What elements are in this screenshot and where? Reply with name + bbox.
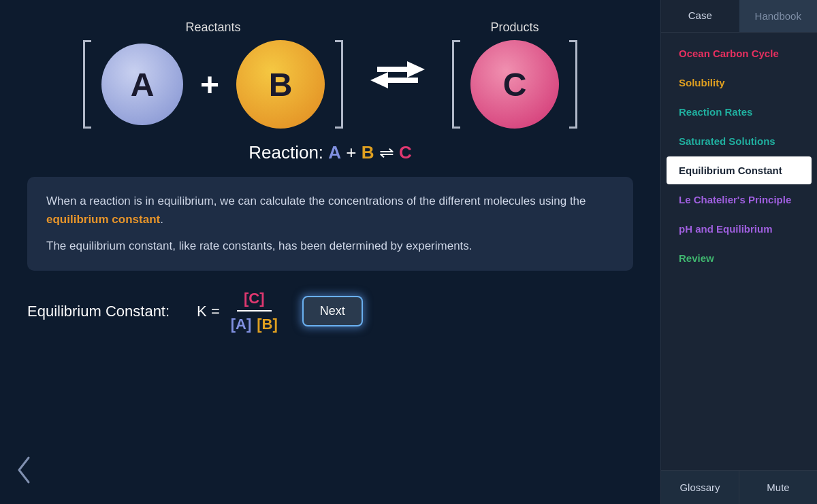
products-bracket-right <box>569 40 577 129</box>
denom-b: [B] <box>257 316 278 333</box>
eq-molecule-c: C <box>399 142 412 163</box>
info-paragraph-2: The equilibrium constant, like rate cons… <box>46 237 614 255</box>
sidebar-item-reaction-rates[interactable]: Reaction Rates <box>667 98 812 126</box>
next-button[interactable]: Next <box>302 296 363 326</box>
denominator: [A] [B] <box>231 313 278 333</box>
molecule-a: A <box>101 44 183 125</box>
info-box: When a reaction is in equilibrium, we ca… <box>27 177 633 271</box>
eq-molecule-b: B <box>362 142 374 163</box>
molecule-c: C <box>470 40 559 129</box>
tab-bar: Case Handbook <box>661 0 817 33</box>
formula-label: Equilibrium Constant: <box>27 303 170 320</box>
info-paragraph-1: When a reaction is in equilibrium, we ca… <box>46 192 614 229</box>
formula-display: K = [C] [A] [B] Next <box>197 290 363 333</box>
denom-ab: [A] [B] <box>231 316 278 333</box>
sidebar-item-le-chatelier[interactable]: Le Chatelier's Principle <box>667 186 812 214</box>
double-arrow-icon <box>370 60 425 90</box>
reaction-diagram: Reactants A + B <box>27 20 633 163</box>
fraction: [C] [A] [B] <box>231 290 278 333</box>
sidebar-nav: Ocean Carbon Cycle Solubility Reaction R… <box>661 33 817 470</box>
tab-case[interactable]: Case <box>661 0 739 32</box>
equilibrium-constant-link[interactable]: equilibrium constant <box>46 213 160 226</box>
denom-a: [A] <box>231 316 252 333</box>
sidebar-item-saturated-solutions[interactable]: Saturated Solutions <box>667 127 812 155</box>
info-text-1: When a reaction is in equilibrium, we ca… <box>46 195 586 207</box>
sidebar-item-equilibrium-constant[interactable]: Equilibrium Constant <box>667 156 812 184</box>
reactants-bracket-row: A + B <box>83 40 343 129</box>
eq-molecule-a: A <box>328 142 341 163</box>
back-arrow-icon <box>14 455 34 485</box>
plus-sign: + <box>200 66 219 103</box>
sidebar-item-review[interactable]: Review <box>667 244 812 272</box>
reaction-text-label: Reaction: <box>249 142 328 163</box>
sidebar-item-ph-equilibrium[interactable]: pH and Equilibrium <box>667 215 812 243</box>
reactants-label: Reactants <box>185 20 240 35</box>
mute-button[interactable]: Mute <box>739 471 817 504</box>
back-button[interactable] <box>14 455 34 490</box>
reactants-bracket-right <box>335 40 343 129</box>
reactants-group: Reactants A + B <box>83 20 343 129</box>
sidebar-item-ocean-carbon-cycle[interactable]: Ocean Carbon Cycle <box>667 39 812 67</box>
molecule-b: B <box>236 40 325 129</box>
equilibrium-arrow <box>370 60 425 90</box>
molecules-row: Reactants A + B <box>27 20 633 129</box>
formula-section: Equilibrium Constant: K = [C] [A] [B] Ne… <box>27 290 633 333</box>
reaction-equation: Reaction: A + B ⇌ C <box>249 142 412 163</box>
products-group: Products C <box>452 20 577 129</box>
tab-handbook[interactable]: Handbook <box>739 0 818 32</box>
products-bracket-left <box>452 40 460 129</box>
products-bracket-row: C <box>452 40 577 129</box>
eq-equilibrium-symbol: ⇌ <box>379 142 399 163</box>
glossary-button[interactable]: Glossary <box>661 471 739 504</box>
k-equals: K = <box>197 303 220 320</box>
products-label: Products <box>490 20 539 35</box>
numerator: [C] <box>237 290 272 312</box>
main-content: Reactants A + B <box>0 0 660 504</box>
eq-plus: + <box>346 142 361 163</box>
sidebar: Case Handbook Ocean Carbon Cycle Solubil… <box>660 0 817 504</box>
info-text-1-end: . <box>160 213 163 226</box>
sidebar-item-solubility[interactable]: Solubility <box>667 69 812 97</box>
sidebar-footer: Glossary Mute <box>661 470 817 504</box>
reactants-bracket-left <box>83 40 91 129</box>
